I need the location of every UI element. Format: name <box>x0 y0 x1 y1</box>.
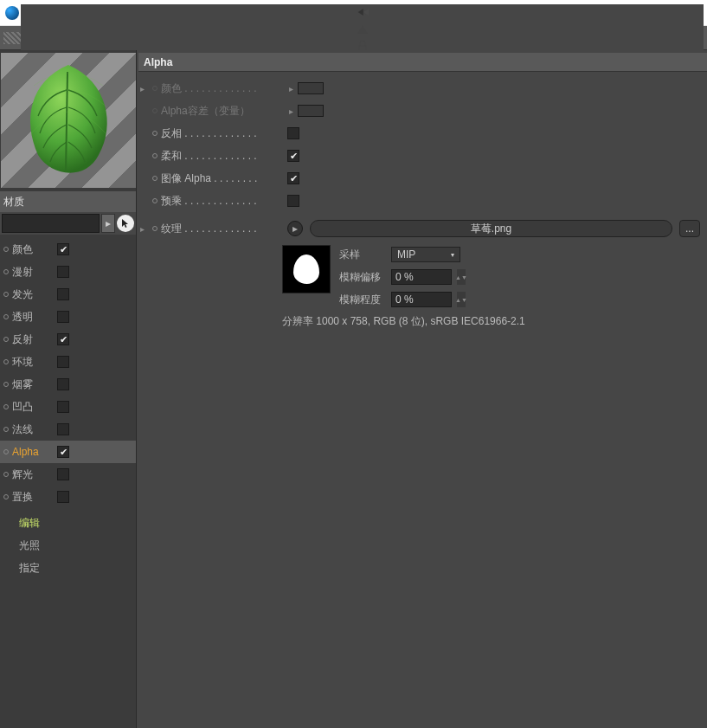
anim-dot[interactable] <box>3 494 9 499</box>
channel-checkbox[interactable] <box>57 356 69 368</box>
blurdegree-stepper[interactable]: ▲▼ <box>457 292 466 307</box>
texture-thumbnail[interactable] <box>282 245 331 293</box>
channel-label: 反射 <box>12 332 54 347</box>
channel-checkbox[interactable] <box>57 266 69 278</box>
anim-dot[interactable] <box>3 292 9 297</box>
channel-row-法线[interactable]: 法线 <box>0 418 136 441</box>
anim-dot[interactable] <box>152 131 157 136</box>
channel-checkbox[interactable]: ✔ <box>57 446 69 458</box>
channel-label: 透明 <box>12 310 54 325</box>
prop-texture-row: ▸ 纹理 . . . . . . . . . . . . . ▸ 草莓.png … <box>140 217 700 240</box>
anim-dot[interactable] <box>152 176 157 181</box>
channel-checkbox[interactable] <box>57 378 69 390</box>
channel-checkbox[interactable] <box>57 288 69 300</box>
channel-row-烟雾[interactable]: 烟雾 <box>0 373 136 396</box>
toolbar <box>0 26 707 50</box>
soft-checkbox[interactable]: ✔ <box>287 150 299 162</box>
channel-row-凹凸[interactable]: 凹凸 <box>0 396 136 418</box>
prop-premult-label: 预乘 . . . . . . . . . . . . . <box>161 194 284 209</box>
nav-up-icon[interactable] <box>355 22 370 37</box>
threshold-swatch[interactable] <box>298 105 324 117</box>
edit-row-1[interactable]: 光照 <box>0 534 136 557</box>
color-swatch[interactable] <box>298 82 324 94</box>
prop-color-row: ▸ 颜色 . . . . . . . . . . . . . ▸ <box>140 77 700 100</box>
blurdegree-input[interactable]: 0 % <box>391 292 452 307</box>
chevron-down-icon: ▾ <box>451 251 454 259</box>
anim-dot[interactable] <box>152 86 157 91</box>
channel-row-透明[interactable]: 透明 <box>0 306 136 328</box>
section-title: Alpha <box>144 56 172 68</box>
anim-dot[interactable] <box>3 337 9 342</box>
channel-row-辉光[interactable]: 辉光 <box>0 463 136 486</box>
anim-dot[interactable] <box>3 449 9 454</box>
channel-row-发光[interactable]: 发光 <box>0 283 136 306</box>
channel-label: 烟雾 <box>12 377 54 392</box>
premult-checkbox[interactable] <box>287 195 299 207</box>
anim-dot[interactable] <box>3 472 9 477</box>
material-name-row: 材质 <box>0 191 136 212</box>
anim-dot[interactable] <box>3 404 9 409</box>
picker-button[interactable] <box>117 215 134 232</box>
alpha-blob-icon <box>293 254 319 284</box>
channel-label: 置换 <box>12 490 54 505</box>
prop-texture-label: 纹理 . . . . . . . . . . . . . <box>161 222 284 236</box>
edit-row-2[interactable]: 指定 <box>0 557 136 579</box>
channel-row-alpha[interactable]: Alpha✔ <box>0 441 136 463</box>
anim-dot[interactable] <box>3 269 9 274</box>
channel-label: 漫射 <box>12 265 54 280</box>
expand-icon[interactable]: ▸ <box>140 224 149 234</box>
cursor-icon <box>120 218 131 229</box>
channel-row-颜色[interactable]: 颜色✔ <box>0 238 136 261</box>
channel-row-反射[interactable]: 反射✔ <box>0 328 136 351</box>
nav-back-icon[interactable] <box>355 4 370 20</box>
bluroffset-row: 模糊偏移 0 % ▲▼ <box>339 267 466 287</box>
material-name[interactable]: 材质 <box>3 195 24 209</box>
anim-dot[interactable] <box>152 198 157 203</box>
anim-dot[interactable] <box>3 247 9 252</box>
edit-row-0[interactable]: 编辑 <box>0 512 136 534</box>
bluroffset-stepper[interactable]: ▲▼ <box>457 269 466 285</box>
sampling-dropdown[interactable]: MIP ▾ <box>391 247 460 262</box>
sampling-label: 采样 <box>339 248 386 262</box>
anim-dot[interactable] <box>152 226 157 231</box>
texture-menu-button[interactable]: ▸ <box>287 221 303 236</box>
prop-imagealpha-label: 图像 Alpha . . . . . . . . <box>161 171 284 186</box>
blurdegree-label: 模糊程度 <box>339 293 386 307</box>
bluroffset-label: 模糊偏移 <box>339 270 386 285</box>
channel-checkbox[interactable] <box>57 468 69 480</box>
imagealpha-checkbox[interactable]: ✔ <box>287 172 299 184</box>
invert-checkbox[interactable] <box>287 127 299 139</box>
channel-row-漫射[interactable]: 漫射 <box>0 261 136 283</box>
anim-dot[interactable] <box>152 153 157 158</box>
search-dropdown-button[interactable]: ▸ <box>101 214 115 233</box>
channel-checkbox[interactable] <box>57 401 69 413</box>
channel-row-置换[interactable]: 置换 <box>0 486 136 508</box>
channel-checkbox[interactable]: ✔ <box>57 243 69 255</box>
anim-dot[interactable] <box>3 314 9 319</box>
texture-field[interactable]: 草莓.png <box>310 220 672 237</box>
channel-label: 环境 <box>12 355 54 370</box>
channel-checkbox[interactable] <box>57 423 69 435</box>
channel-label: 发光 <box>12 287 54 302</box>
search-input[interactable] <box>2 214 100 233</box>
material-preview[interactable] <box>1 53 136 188</box>
chevron-right-icon: ▸ <box>287 106 294 116</box>
edit-label: 编辑 <box>3 516 45 531</box>
channel-checkbox[interactable] <box>57 311 69 323</box>
edit-list: 编辑光照指定 <box>0 512 136 583</box>
channel-label: 凹凸 <box>12 400 54 415</box>
anim-dot[interactable] <box>3 359 9 364</box>
anim-dot[interactable] <box>152 108 157 113</box>
toolbar-grip[interactable] <box>3 32 21 44</box>
channel-checkbox[interactable] <box>57 491 69 503</box>
sampling-row: 采样 MIP ▾ <box>339 245 466 264</box>
channel-label: 颜色 <box>12 242 54 257</box>
svg-marker-2 <box>357 25 368 34</box>
channel-row-环境[interactable]: 环境 <box>0 351 136 373</box>
anim-dot[interactable] <box>3 427 9 432</box>
channel-checkbox[interactable]: ✔ <box>57 333 69 345</box>
expand-icon[interactable]: ▸ <box>140 84 149 93</box>
texture-browse-button[interactable]: ... <box>679 220 700 237</box>
bluroffset-input[interactable]: 0 % <box>391 269 452 285</box>
anim-dot[interactable] <box>3 382 9 387</box>
